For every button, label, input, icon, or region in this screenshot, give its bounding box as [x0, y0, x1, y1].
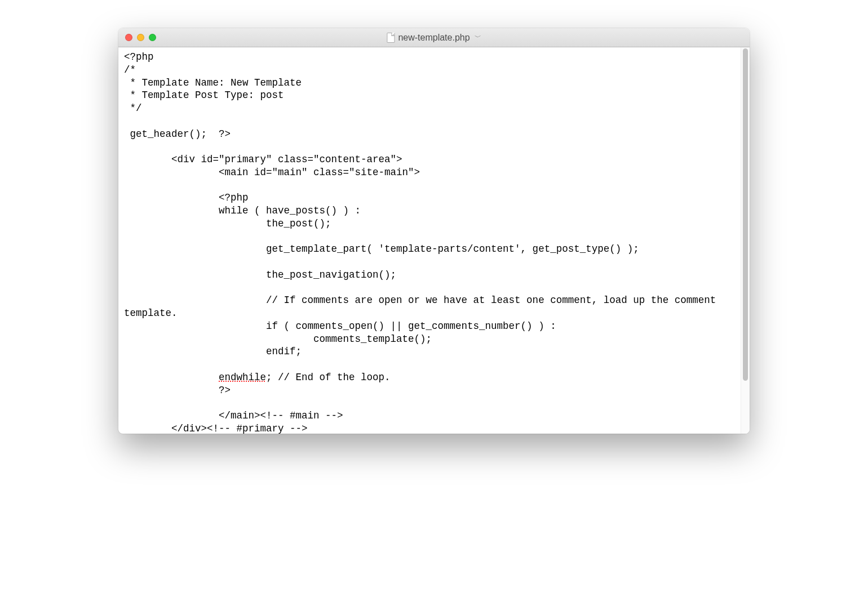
- code-line: // If comments are open or we have at le…: [124, 295, 722, 319]
- code-editor[interactable]: <?php /* * Template Name: New Template *…: [118, 47, 741, 434]
- code-line: [124, 115, 130, 127]
- code-line: </div><!-- #primary -->: [124, 423, 308, 434]
- code-line: the_post_navigation();: [124, 269, 396, 280]
- code-line: the_post();: [124, 218, 331, 229]
- window-title-group[interactable]: new-template.php ﹀: [387, 33, 481, 43]
- scrollbar-thumb[interactable]: [743, 48, 748, 381]
- content-area: <?php /* * Template Name: New Template *…: [118, 47, 750, 434]
- code-line: */: [124, 103, 142, 114]
- code-line: [124, 372, 219, 383]
- code-line: get_header(); ?>: [124, 128, 231, 140]
- code-line: <?php: [124, 192, 249, 203]
- editor-window: new-template.php ﹀ <?php /* * Template N…: [118, 28, 750, 434]
- code-line: while ( have_posts() ) :: [124, 205, 361, 216]
- code-line: ; // End of the loop.: [266, 372, 391, 383]
- code-line: </main><!-- #main -->: [124, 410, 343, 421]
- titlebar[interactable]: new-template.php ﹀: [118, 28, 750, 47]
- code-line: ?>: [124, 385, 231, 396]
- code-line: comments_template();: [124, 333, 432, 345]
- code-line: /*: [124, 64, 136, 75]
- code-line: <main id="main" class="site-main">: [124, 167, 420, 178]
- document-icon: [387, 33, 395, 43]
- chevron-down-icon[interactable]: ﹀: [475, 33, 481, 42]
- close-button[interactable]: [125, 34, 132, 41]
- scrollbar-track[interactable]: [741, 47, 750, 434]
- spellcheck-underline: endwhile: [219, 372, 266, 383]
- code-line: * Template Name: New Template: [124, 77, 302, 88]
- traffic-lights: [118, 34, 156, 41]
- code-line: <?php: [124, 51, 154, 63]
- code-line: * Template Post Type: post: [124, 90, 284, 101]
- zoom-button[interactable]: [149, 34, 156, 41]
- code-line: <div id="primary" class="content-area">: [124, 154, 402, 165]
- code-line: endif;: [124, 346, 302, 357]
- code-line: get_template_part( 'template-parts/conte…: [124, 243, 639, 255]
- code-line: if ( comments_open() || get_comments_num…: [124, 320, 556, 332]
- minimize-button[interactable]: [137, 34, 144, 41]
- window-title: new-template.php: [398, 33, 470, 43]
